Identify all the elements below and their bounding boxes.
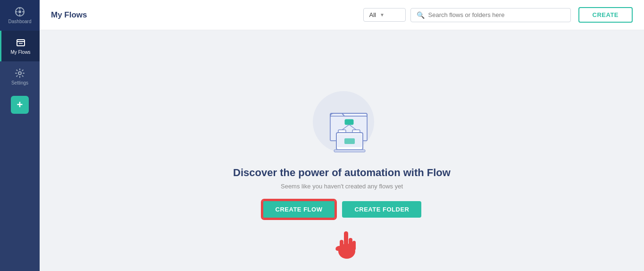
svg-point-9 — [18, 72, 21, 75]
svg-point-1 — [18, 10, 21, 13]
header: My Flows All ▼ 🔍 CREATE — [40, 0, 644, 30]
sidebar-item-settings[interactable]: Settings — [0, 61, 40, 92]
svg-rect-23 — [344, 231, 348, 242]
svg-rect-6 — [17, 40, 25, 46]
search-box: 🔍 — [410, 8, 571, 22]
empty-state: Discover the power of automation with Fl… — [40, 30, 644, 271]
plus-icon: + — [17, 99, 23, 111]
add-button[interactable]: + — [11, 96, 29, 114]
action-buttons: CREATE FLOW CREATE FOLDER — [262, 200, 422, 219]
create-folder-button[interactable]: CREATE FOLDER — [342, 201, 421, 218]
filter-dropdown[interactable]: All ▼ — [363, 8, 406, 22]
svg-rect-19 — [344, 138, 355, 144]
hand-cursor-icon — [333, 227, 361, 260]
empty-subtitle: Seems like you haven't created any flows… — [281, 183, 403, 190]
svg-rect-24 — [349, 238, 352, 249]
svg-rect-26 — [352, 241, 356, 250]
illustration — [300, 83, 385, 158]
settings-icon — [15, 68, 25, 78]
create-flow-button[interactable]: CREATE FLOW — [262, 200, 336, 219]
flow-svg — [304, 83, 380, 156]
main-area: My Flows All ▼ 🔍 CREATE — [40, 0, 644, 271]
sidebar-label-dashboard: Dashboard — [8, 19, 32, 24]
search-icon: 🔍 — [417, 11, 425, 19]
filter-value: All — [369, 11, 376, 18]
chevron-down-icon: ▼ — [380, 12, 385, 17]
cursor-indicator — [333, 227, 361, 262]
myflows-icon — [16, 37, 26, 48]
empty-title: Discover the power of automation with Fl… — [233, 167, 451, 179]
sidebar-label-settings: Settings — [11, 80, 28, 85]
create-button[interactable]: CREATE — [578, 7, 633, 23]
sidebar-item-myflows[interactable]: My Flows — [0, 31, 40, 61]
svg-rect-20 — [334, 150, 365, 152]
svg-rect-12 — [345, 119, 353, 125]
search-input[interactable] — [428, 11, 565, 18]
dashboard-icon — [15, 7, 25, 17]
page-title: My Flows — [51, 10, 87, 20]
sidebar-label-myflows: My Flows — [10, 50, 30, 55]
sidebar: Dashboard My Flows Settings + — [0, 0, 40, 271]
sidebar-item-dashboard[interactable]: Dashboard — [0, 0, 40, 31]
